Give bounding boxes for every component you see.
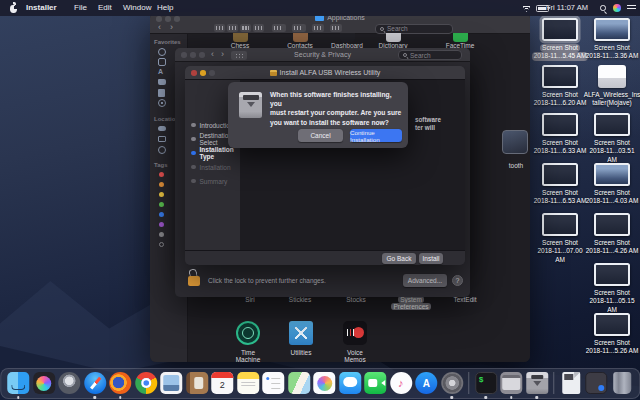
menu-bar-clock[interactable]: Fri 11:07 AM: [546, 0, 588, 16]
dock-document-icon[interactable]: [560, 372, 582, 394]
group-button[interactable]: [272, 24, 286, 32]
advanced-button[interactable]: Advanced...: [403, 274, 447, 287]
column-view-button[interactable]: [240, 24, 251, 32]
contacts-app-icon[interactable]: [293, 33, 308, 42]
dock-finder-icon[interactable]: [7, 372, 29, 394]
dock-calendar-icon[interactable]: 2: [211, 372, 233, 394]
dock-app-window-icon[interactable]: [500, 372, 522, 394]
share-button[interactable]: [312, 24, 324, 32]
facetime-app-icon[interactable]: [453, 33, 468, 42]
tag-orange[interactable]: [159, 182, 164, 187]
dock-preview-icon[interactable]: [160, 372, 182, 394]
tag-blue[interactable]: [159, 212, 164, 217]
help-button[interactable]: ?: [452, 275, 463, 286]
app-grid-label[interactable]: Stickies: [272, 296, 328, 303]
tag-yellow[interactable]: [159, 192, 164, 197]
installer-titlebar[interactable]: Install ALFA USB Wireless Utility: [185, 66, 465, 80]
continue-installation-button[interactable]: Continue Installation: [350, 129, 402, 142]
icloud-icon[interactable]: [158, 126, 166, 131]
voice-memos-app-icon[interactable]: [343, 321, 367, 345]
tag-gray[interactable]: [159, 232, 164, 237]
time-machine-app-icon[interactable]: [236, 321, 260, 345]
chess-app-icon[interactable]: [233, 33, 248, 42]
downloads-icon[interactable]: [158, 99, 166, 107]
dock-messages-icon[interactable]: [339, 372, 361, 394]
desktop-disk-image-icon[interactable]: ALFA_Wireless_Installer(Mojave): [582, 65, 640, 108]
install-button[interactable]: Install: [419, 253, 443, 264]
wifi-icon[interactable]: [521, 4, 532, 12]
finder-search-field[interactable]: Search: [375, 24, 453, 34]
go-back-button[interactable]: Go Back: [382, 253, 416, 264]
dock-launchpad-icon[interactable]: [58, 372, 80, 394]
tag-all[interactable]: [159, 242, 164, 247]
icon-view-button[interactable]: [214, 24, 225, 32]
dictionary-app-icon[interactable]: [386, 33, 401, 42]
dock-contacts-icon[interactable]: [186, 372, 208, 394]
action-gear-button[interactable]: [292, 24, 306, 32]
utilities-app-icon[interactable]: [289, 321, 313, 345]
itunes-icon: ♪: [390, 372, 412, 394]
desktop-folder-icon[interactable]: [158, 79, 166, 85]
app-grid-label[interactable]: TimeMachine: [220, 349, 276, 363]
dock-firefox-icon[interactable]: [109, 372, 131, 394]
menu-file[interactable]: File: [74, 0, 87, 16]
dock-system-preferences-icon[interactable]: [441, 372, 463, 394]
notification-center-icon[interactable]: [627, 5, 636, 12]
dock-chrome-icon[interactable]: [135, 372, 157, 394]
desktop-screenshot-icon[interactable]: Screen Shot2018-11...07.00 AM: [530, 213, 590, 264]
gallery-view-button[interactable]: [253, 24, 264, 32]
app-grid-label[interactable]: TextEdit: [437, 296, 493, 303]
app-menu-installer[interactable]: Installer: [26, 0, 57, 16]
dock-safari-icon[interactable]: [84, 372, 106, 394]
airdrop-icon[interactable]: [158, 48, 166, 56]
desktop-screenshot-icon[interactable]: Screen Shot2018-11...05.15 AM: [582, 263, 640, 314]
siri-icon[interactable]: [613, 4, 621, 12]
menu-edit[interactable]: Edit: [98, 0, 112, 16]
desktop-screenshot-icon[interactable]: Screen Shot2018-11...5.26 AM: [582, 313, 640, 356]
hard-drive-icon[interactable]: [158, 136, 166, 142]
forward-button[interactable]: ›: [170, 23, 173, 32]
dock-trash-icon[interactable]: [611, 372, 633, 394]
app-grid-label[interactable]: Siri: [222, 296, 278, 303]
dock-maps-icon[interactable]: [288, 372, 310, 394]
app-grid-label[interactable]: Stocks: [328, 296, 384, 303]
dock-siri-icon[interactable]: [33, 372, 55, 394]
unlock-padlock-icon[interactable]: [188, 269, 201, 288]
tag-red[interactable]: [159, 172, 164, 177]
dock-terminal-icon[interactable]: $: [475, 372, 497, 394]
dock-itunes-icon[interactable]: ♪: [390, 372, 412, 394]
security-titlebar[interactable]: ‹ › Security & Privacy Search: [175, 48, 470, 62]
tag-purple[interactable]: [159, 222, 164, 227]
preferences-search-field[interactable]: Search: [398, 50, 462, 60]
dock-app-store-icon[interactable]: A: [415, 372, 437, 394]
dashboard-app-icon[interactable]: [340, 33, 355, 42]
desktop-screenshot-icon[interactable]: Screen Shot2018-11...4.03 AM: [582, 163, 640, 206]
menu-help[interactable]: Help: [157, 0, 173, 16]
desktop-screenshot-icon[interactable]: Screen Shot2018-11...3.36 AM: [582, 18, 640, 61]
tag-green[interactable]: [159, 202, 164, 207]
spotlight-icon[interactable]: [600, 5, 606, 11]
dock-photos-icon[interactable]: [313, 372, 335, 394]
recents-icon[interactable]: [158, 58, 166, 66]
dock-installer-icon[interactable]: [526, 372, 548, 394]
apple-menu-icon[interactable]: [10, 5, 17, 13]
list-view-button[interactable]: [227, 24, 238, 32]
desktop-screenshot-icon[interactable]: Screen Shot2018-11...5.45 AM: [530, 18, 590, 61]
network-icon[interactable]: [158, 146, 166, 154]
partial-app-item[interactable]: tooth: [490, 130, 542, 172]
applications-icon[interactable]: A: [158, 68, 166, 76]
app-grid-label[interactable]: SystemPreferences: [383, 296, 439, 310]
tags-button[interactable]: [330, 24, 342, 32]
menu-window[interactable]: Window: [123, 0, 151, 16]
documents-icon[interactable]: [158, 89, 165, 97]
back-button[interactable]: ‹: [158, 23, 161, 32]
dock-facetime-icon[interactable]: [364, 372, 386, 394]
desktop-screenshot-icon[interactable]: Screen Shot2018-11...4.26 AM: [582, 213, 640, 256]
dock-minimized-window-icon[interactable]: [585, 372, 607, 394]
app-grid-label[interactable]: VoiceMemos: [327, 349, 383, 363]
dock-reminders-icon[interactable]: [262, 372, 284, 394]
cancel-button[interactable]: Cancel: [298, 129, 343, 142]
app-grid-label[interactable]: Utilities: [273, 349, 329, 356]
desktop-screenshot-icon[interactable]: Screen Shot2018-11...03.51 AM: [582, 113, 640, 164]
dock-notes-icon[interactable]: [237, 372, 259, 394]
